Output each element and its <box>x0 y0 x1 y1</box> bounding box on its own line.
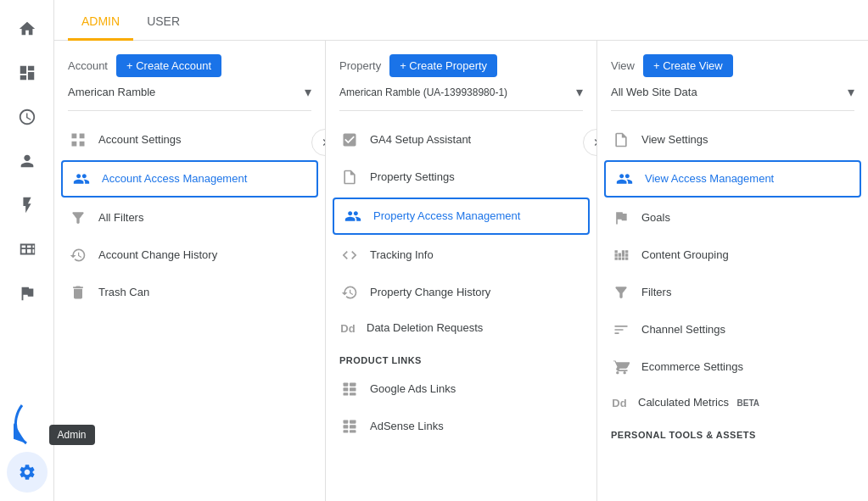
svg-rect-10 <box>350 420 356 424</box>
account-access-management-label: Account Access Management <box>102 172 247 186</box>
nav-property-settings[interactable]: Property Settings <box>326 159 596 196</box>
goals-icon <box>611 208 631 228</box>
nav-goals[interactable]: Goals <box>597 199 868 237</box>
lightning-icon[interactable] <box>7 185 48 225</box>
account-column: Account + Create Account American Ramble… <box>54 41 326 501</box>
view-settings-icon <box>611 130 631 150</box>
account-nav-items: Account Settings Account Access Manageme… <box>54 121 325 501</box>
svg-rect-12 <box>350 430 356 432</box>
nav-all-filters[interactable]: All Filters <box>54 199 325 237</box>
google-ads-icon <box>339 379 360 399</box>
view-filters-label: Filters <box>641 286 671 300</box>
content-grouping-icon <box>611 245 631 265</box>
svg-rect-2 <box>344 387 349 391</box>
property-dropdown-value: American Ramble (UA-139938980-1) <box>339 86 507 98</box>
view-col-header: View + Create View <box>597 41 868 84</box>
svg-rect-4 <box>350 383 356 387</box>
view-dropdown[interactable]: All Web Site Data ▾ <box>611 84 854 111</box>
trash-can-label: Trash Can <box>98 286 149 300</box>
svg-rect-8 <box>344 425 349 428</box>
nav-account-change-history[interactable]: Account Change History <box>54 237 325 274</box>
view-dropdown-arrow: ▾ <box>848 84 854 100</box>
create-account-button[interactable]: + Create Account <box>116 54 221 77</box>
trash-icon <box>68 282 88 303</box>
svg-rect-3 <box>344 392 349 395</box>
goals-label: Goals <box>641 211 670 225</box>
columns-wrapper: Account + Create Account American Ramble… <box>54 41 868 501</box>
nav-view-access-management[interactable]: View Access Management <box>604 160 861 198</box>
doc-icon <box>339 167 360 187</box>
property-history-icon <box>339 282 360 303</box>
ecommerce-settings-label: Ecommerce Settings <box>641 360 743 375</box>
google-ads-label: Google Ads Links <box>370 382 456 397</box>
account-settings-label: Account Settings <box>98 133 182 148</box>
svg-rect-5 <box>350 387 356 391</box>
nav-ecommerce-settings[interactable]: Ecommerce Settings <box>597 348 868 386</box>
people-icon[interactable] <box>7 141 48 181</box>
admin-gear-icon[interactable] <box>7 452 48 493</box>
view-dropdown-value: All Web Site Data <box>611 86 697 98</box>
tab-admin[interactable]: ADMIN <box>68 4 133 41</box>
nav-view-settings[interactable]: View Settings <box>597 121 868 159</box>
product-links-header: PRODUCT LINKS <box>326 345 596 370</box>
people-property-icon <box>343 206 363 226</box>
property-col-header: Property + Create Property <box>326 41 596 84</box>
beta-badge: BETA <box>737 398 759 408</box>
view-filter-icon <box>611 282 631 303</box>
account-col-header: Account + Create Account <box>54 41 325 84</box>
nav-data-deletion[interactable]: Dd Data Deletion Requests <box>326 311 596 345</box>
account-dropdown[interactable]: American Ramble ▾ <box>68 84 311 111</box>
nav-view-filters[interactable]: Filters <box>597 274 868 311</box>
nav-account-access-management[interactable]: Account Access Management <box>61 160 318 198</box>
nav-content-grouping[interactable]: Content Grouping <box>597 237 868 274</box>
nav-account-settings[interactable]: Account Settings <box>54 121 325 159</box>
account-label: Account <box>68 59 108 72</box>
view-access-management-label: View Access Management <box>645 172 774 186</box>
nav-trash-can[interactable]: Trash Can <box>54 274 325 311</box>
main-content: ADMIN USER Account + Create Account Amer… <box>54 0 868 501</box>
home-icon[interactable] <box>7 8 48 49</box>
tracking-info-label: Tracking Info <box>370 248 434 263</box>
cart-icon <box>611 357 631 377</box>
nav-google-ads[interactable]: Google Ads Links <box>326 370 596 408</box>
create-view-button[interactable]: + Create View <box>643 54 733 77</box>
svg-rect-7 <box>344 420 349 424</box>
tab-user[interactable]: USER <box>133 4 193 41</box>
nav-adsense[interactable]: AdSense Links <box>326 408 596 445</box>
view-label: View <box>611 59 635 72</box>
grid-icon <box>68 130 88 150</box>
view-column: View + Create View All Web Site Data ▾ <box>597 41 868 501</box>
view-nav-items: View Settings View Access Management <box>597 121 868 501</box>
account-dropdown-value: American Ramble <box>68 86 155 98</box>
flag-icon[interactable] <box>7 273 48 314</box>
nav-tracking-info[interactable]: Tracking Info <box>326 237 596 274</box>
view-settings-label: View Settings <box>641 133 708 148</box>
people-access-icon <box>71 169 92 189</box>
svg-rect-9 <box>344 430 349 432</box>
filter-icon <box>68 208 88 228</box>
property-dropdown[interactable]: American Ramble (UA-139938980-1) ▾ <box>339 84 583 111</box>
all-filters-label: All Filters <box>98 211 143 225</box>
dd-icon: Dd <box>339 320 356 337</box>
nav-ga4-setup[interactable]: GA4 Setup Assistant <box>326 121 596 159</box>
nav-property-access-management[interactable]: Property Access Management <box>333 198 590 235</box>
calculated-metrics-icon: Dd <box>611 394 628 411</box>
dashboard-icon[interactable] <box>7 53 48 93</box>
property-column: Property + Create Property American Ramb… <box>326 41 597 501</box>
create-property-button[interactable]: + Create Property <box>389 54 497 77</box>
ga4-setup-label: GA4 Setup Assistant <box>370 133 471 148</box>
property-nav-items: GA4 Setup Assistant Property Settings <box>326 121 596 501</box>
layout-icon[interactable] <box>7 229 48 270</box>
svg-rect-1 <box>344 383 349 387</box>
adsense-icon <box>339 416 360 437</box>
account-dropdown-arrow: ▾ <box>305 84 311 100</box>
nav-property-change-history[interactable]: Property Change History <box>326 274 596 311</box>
checkbox-icon <box>339 130 360 150</box>
nav-channel-settings[interactable]: Channel Settings <box>597 311 868 348</box>
admin-tooltip: Admin <box>49 425 95 445</box>
channel-settings-label: Channel Settings <box>641 323 725 337</box>
clock-icon[interactable] <box>7 97 48 137</box>
channel-settings-icon <box>611 320 631 340</box>
tabs-bar: ADMIN USER <box>54 0 868 41</box>
nav-calculated-metrics[interactable]: Dd Calculated Metrics BETA <box>597 386 868 420</box>
